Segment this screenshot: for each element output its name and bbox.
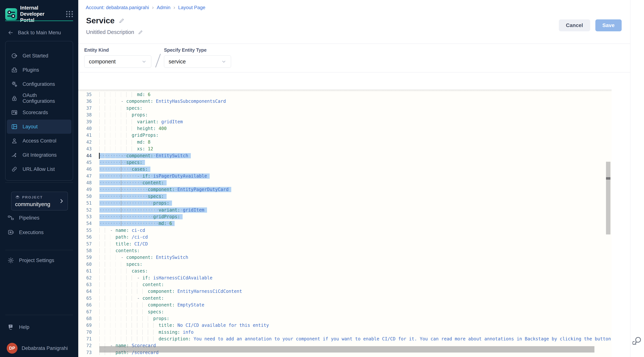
- line-number[interactable]: 35: [78, 91, 92, 98]
- line-number[interactable]: 53: [78, 213, 92, 220]
- code-line[interactable]: 52······················variant:·gridIte…: [78, 207, 612, 213]
- line-number[interactable]: 71: [78, 335, 92, 342]
- code-line-text[interactable]: missing: info: [99, 329, 194, 335]
- entity-type-select[interactable]: service: [164, 55, 231, 68]
- code-line-text[interactable]: props:: [99, 315, 170, 322]
- line-number[interactable]: 52: [78, 207, 92, 213]
- code-line-text[interactable]: ··············-·if:·isPagerDutyAvailable: [99, 173, 210, 179]
- code-line[interactable]: 51····················props:: [78, 200, 612, 206]
- code-line-text[interactable]: - name: ci-cd: [99, 227, 145, 234]
- code-line-text[interactable]: ··········specs:: [99, 159, 145, 166]
- code-line-text[interactable]: contents:: [99, 247, 140, 254]
- code-line-text[interactable]: title: CI/CD: [99, 241, 148, 247]
- line-number[interactable]: 43: [78, 146, 92, 152]
- edit-description-pencil-icon[interactable]: [138, 30, 143, 35]
- code-line[interactable]: 40 height: 400: [78, 125, 612, 132]
- code-line-text[interactable]: ··················component:·EntityPager…: [99, 186, 231, 193]
- line-number[interactable]: 41: [78, 132, 92, 139]
- line-number[interactable]: 44: [78, 152, 92, 159]
- line-number[interactable]: 68: [78, 315, 92, 322]
- line-number[interactable]: 50: [78, 193, 92, 200]
- code-line-text[interactable]: specs:: [99, 261, 142, 268]
- code-line-text[interactable]: variant: gridItem: [99, 118, 183, 125]
- sidebar-item-layout[interactable]: Layout: [7, 120, 71, 134]
- code-line-text[interactable]: cases:: [99, 268, 148, 274]
- code-line-text[interactable]: gridProps:: [99, 132, 158, 139]
- code-line[interactable]: 54······················md:·6: [78, 220, 612, 227]
- code-line-text[interactable]: props:: [99, 112, 148, 118]
- line-number[interactable]: 69: [78, 322, 92, 329]
- code-line[interactable]: 66 component: EmptyState: [78, 302, 612, 308]
- code-line-text[interactable]: md: 6: [99, 91, 150, 98]
- code-line-text[interactable]: ············cases:: [99, 166, 150, 173]
- line-number[interactable]: 66: [78, 302, 92, 308]
- code-line[interactable]: 69 title: No CI/CD available for this en…: [78, 322, 612, 329]
- code-line[interactable]: 60 specs:: [78, 261, 612, 268]
- line-number[interactable]: 37: [78, 105, 92, 112]
- line-number[interactable]: 61: [78, 268, 92, 274]
- code-line-text[interactable]: ··················specs:: [99, 193, 166, 200]
- line-number[interactable]: 47: [78, 173, 92, 179]
- line-number[interactable]: 55: [78, 227, 92, 234]
- sidebar-item-oauth-configurations[interactable]: OAuth Configurations: [7, 91, 71, 105]
- sidebar-item-access-control[interactable]: Access Control: [7, 134, 71, 148]
- breadcrumb-item[interactable]: Admin: [157, 5, 170, 11]
- code-line-text[interactable]: - content:: [99, 295, 164, 302]
- code-line-text[interactable]: - component: EntitySwitch: [99, 254, 188, 261]
- line-number[interactable]: 42: [78, 139, 92, 146]
- code-line[interactable]: 45··········specs:: [78, 159, 612, 166]
- code-line[interactable]: 70 missing: info: [78, 329, 612, 335]
- yaml-editor[interactable]: 35 md: 636 - component: EntityHasSubcomp…: [78, 90, 612, 357]
- vertical-scrollbar[interactable]: [606, 162, 610, 234]
- line-number[interactable]: 70: [78, 329, 92, 335]
- code-line[interactable]: 61 cases:: [78, 268, 612, 274]
- code-line[interactable]: 35 md: 6: [78, 91, 612, 98]
- code-line-text[interactable]: specs:: [99, 308, 164, 315]
- code-line-text[interactable]: ····················props:: [99, 200, 172, 206]
- code-line[interactable]: 57 title: CI/CD: [78, 241, 612, 247]
- project-selector[interactable]: PROJECT communityeng: [11, 192, 68, 210]
- code-area[interactable]: 35 md: 636 - component: EntityHasSubcomp…: [78, 91, 612, 356]
- breadcrumb-item[interactable]: Account: debabrata.panigrahi: [86, 5, 149, 11]
- code-line[interactable]: 58 contents:: [78, 247, 612, 254]
- line-number[interactable]: 49: [78, 186, 92, 193]
- sidebar-item-get-started[interactable]: Get Started: [7, 49, 71, 63]
- code-line[interactable]: 50··················specs:: [78, 193, 612, 200]
- line-number[interactable]: 63: [78, 281, 92, 288]
- code-line-text[interactable]: md: 8: [99, 139, 150, 146]
- back-to-main-menu[interactable]: Back to Main Menu: [8, 30, 61, 36]
- sidebar-item-pipelines[interactable]: Pipelines: [8, 214, 40, 221]
- sidebar-item-url-allow-list[interactable]: URL Allow List: [7, 162, 71, 176]
- edit-title-pencil-icon[interactable]: [119, 18, 125, 24]
- code-line-text[interactable]: specs:: [99, 105, 142, 112]
- code-line[interactable]: 36 - component: EntityHasSubcomponentsCa…: [78, 98, 612, 105]
- sidebar-item-configurations[interactable]: Configurations: [7, 77, 71, 91]
- code-line-text[interactable]: ······················md:·6: [99, 220, 174, 227]
- breadcrumb-item[interactable]: Layout Page: [178, 5, 205, 11]
- line-number[interactable]: 64: [78, 288, 92, 295]
- line-number[interactable]: 36: [78, 98, 92, 105]
- code-line-text[interactable]: ················content:: [99, 179, 166, 186]
- code-line[interactable]: 68 props:: [78, 315, 612, 322]
- line-number[interactable]: 73: [78, 349, 92, 356]
- line-number[interactable]: 62: [78, 274, 92, 281]
- code-line[interactable]: 65 - content:: [78, 295, 612, 302]
- cancel-button[interactable]: Cancel: [559, 20, 590, 31]
- code-line[interactable]: 49··················component:·EntityPag…: [78, 186, 612, 193]
- code-line[interactable]: 59 - component: EntitySwitch: [78, 254, 612, 261]
- sidebar-item-help[interactable]: ? Help: [8, 324, 30, 330]
- code-line-text[interactable]: height: 400: [99, 125, 166, 132]
- module-grid-icon[interactable]: [66, 11, 73, 18]
- sidebar-item-project-settings[interactable]: Project Settings: [8, 257, 54, 264]
- line-number[interactable]: 65: [78, 295, 92, 302]
- line-number[interactable]: 54: [78, 220, 92, 227]
- code-line[interactable]: 71 description: You need to add an annot…: [78, 335, 612, 342]
- code-line[interactable]: 64 component: EntityHarnessCiCdContent: [78, 288, 612, 295]
- code-line[interactable]: 39 variant: gridItem: [78, 118, 612, 125]
- line-number[interactable]: 51: [78, 200, 92, 206]
- sidebar-item-plugins[interactable]: Plugins: [7, 63, 71, 77]
- line-number[interactable]: 40: [78, 125, 92, 132]
- line-number[interactable]: 67: [78, 308, 92, 315]
- code-line[interactable]: 37 specs:: [78, 105, 612, 112]
- code-line-text[interactable]: path: /ci-cd: [99, 234, 148, 240]
